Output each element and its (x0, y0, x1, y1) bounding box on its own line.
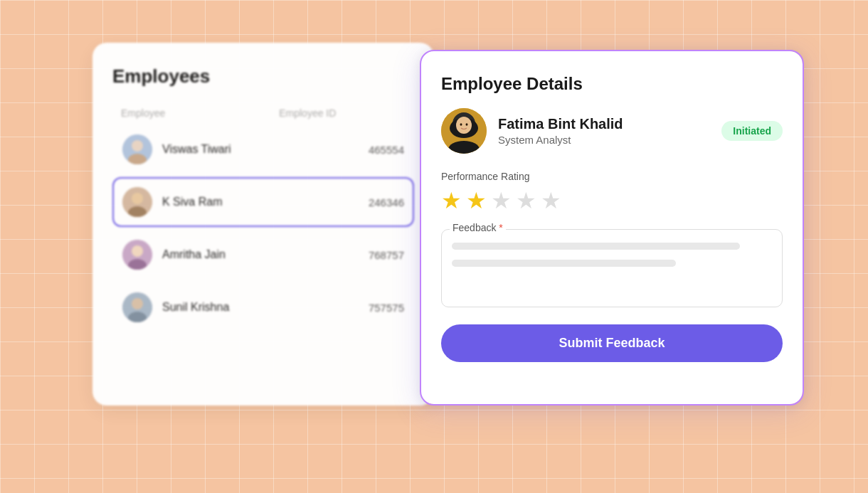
header-employee: Employee (121, 107, 279, 119)
employee-name: Sunil Krishna (162, 301, 359, 314)
employee-id: 768757 (369, 249, 404, 261)
table-row[interactable]: Viswas Tiwari 465554 (112, 124, 414, 174)
star-2[interactable]: ★ (466, 189, 487, 212)
details-title: Employee Details (441, 74, 783, 94)
star-1[interactable]: ★ (441, 189, 462, 212)
employee-header: Fatima Bint Khalid System Analyst Initia… (441, 108, 783, 154)
employee-full-name: Fatima Bint Khalid (498, 116, 710, 132)
cards-container: Employees Employee Employee ID Viswas Ti… (92, 43, 804, 405)
svg-point-4 (132, 193, 143, 204)
table-row[interactable]: Amritha Jain 768757 (112, 230, 414, 280)
feedback-box[interactable] (441, 229, 783, 307)
avatar (122, 240, 152, 270)
svg-point-1 (132, 140, 143, 152)
employees-card: Employees Employee Employee ID Viswas Ti… (92, 43, 434, 405)
submit-feedback-button[interactable]: Submit Feedback (441, 324, 783, 362)
svg-point-16 (460, 123, 462, 126)
employee-id: 246346 (369, 196, 404, 208)
employee-name: Amritha Jain (162, 248, 359, 261)
feedback-section: Feedback * (441, 229, 783, 307)
employee-info: Fatima Bint Khalid System Analyst (498, 116, 710, 146)
svg-point-17 (466, 123, 468, 126)
avatar (122, 187, 152, 217)
required-marker: * (496, 222, 502, 233)
avatar (122, 292, 152, 322)
feedback-label: Feedback * (450, 222, 506, 233)
employee-name: K Siva Ram (162, 196, 359, 208)
employee-id: 465554 (369, 144, 404, 156)
status-badge: Initiated (721, 121, 783, 141)
svg-point-10 (132, 298, 143, 309)
stars-rating[interactable]: ★ ★ ★ ★ ★ (441, 189, 783, 212)
employee-id: 757575 (369, 302, 404, 314)
employee-name: Viswas Tiwari (162, 143, 359, 156)
avatar (122, 134, 152, 164)
table-header: Employee Employee ID (112, 107, 414, 119)
employee-role: System Analyst (498, 134, 710, 146)
table-row[interactable]: Sunil Krishna 757575 (112, 282, 414, 332)
employees-title: Employees (112, 65, 414, 88)
star-5[interactable]: ★ (541, 189, 561, 212)
star-4[interactable]: ★ (516, 189, 536, 212)
star-3[interactable]: ★ (491, 189, 512, 212)
svg-point-7 (132, 245, 143, 257)
header-employee-id: Employee ID (279, 107, 406, 119)
table-row[interactable]: K Siva Ram 246346 (112, 177, 414, 227)
performance-label: Performance Rating (441, 171, 783, 182)
employee-details-card: Employee Details (420, 50, 804, 405)
feedback-line-2 (452, 260, 676, 267)
feedback-line-1 (452, 243, 740, 250)
svg-point-15 (456, 117, 472, 134)
employee-avatar (441, 108, 487, 154)
